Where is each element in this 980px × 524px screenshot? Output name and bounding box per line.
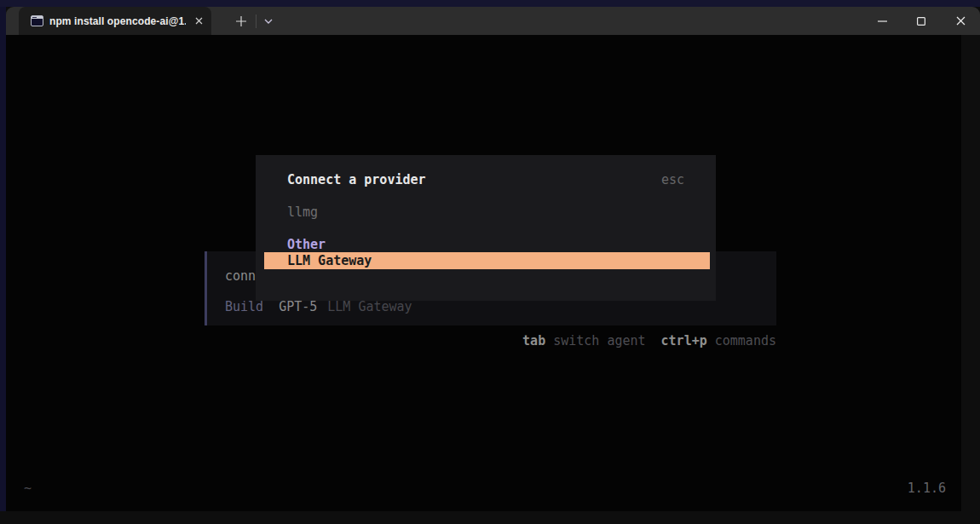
maximize-button[interactable] (902, 7, 941, 35)
tab-dropdown-button[interactable] (258, 11, 279, 32)
hint-key-tab: tab (522, 333, 545, 348)
hint-key-ctrlp: ctrl+p (661, 333, 707, 348)
window-titlebar[interactable]: npm install opencode-ai@1.1.6 (6, 7, 980, 35)
provider-label: LLM Gateway (327, 299, 412, 314)
provider-option-label: LLM Gateway (287, 253, 372, 268)
section-label-other: Other (287, 237, 326, 252)
new-tab-button[interactable] (229, 11, 253, 32)
minimize-button[interactable] (862, 7, 902, 35)
provider-search-input[interactable]: llmg (287, 204, 318, 220)
close-button[interactable] (941, 7, 980, 35)
cwd-indicator: ~ (24, 481, 32, 496)
connect-provider-dialog: Connect a provider esc llmg Other LLM Ga… (256, 155, 716, 301)
tab-title: npm install opencode-ai@1.1.6 (49, 15, 186, 27)
tab-separator (256, 14, 257, 28)
hint-action-switch-agent: switch agent (553, 333, 645, 348)
prompt-meta-line: BuildGPT-5LLM Gateway (225, 299, 412, 314)
hint-action-commands: commands (715, 333, 776, 348)
tab-close-icon[interactable] (189, 12, 208, 31)
version-label: 1.1.6 (908, 481, 946, 496)
terminal-tab[interactable]: npm install opencode-ai@1.1.6 (19, 7, 211, 35)
desktop-edge-left (0, 7, 6, 511)
terminal-icon (31, 15, 43, 26)
prompt-typed-text: conn (225, 268, 256, 284)
provider-option-llm-gateway[interactable]: LLM Gateway (264, 252, 710, 269)
agent-label: Build (225, 299, 263, 314)
prompt-accent-bar (205, 251, 207, 325)
model-label: GPT-5 (279, 299, 317, 314)
window-controls (862, 7, 980, 35)
statusbar-hints: tabswitch agentctrl+pcommands (522, 333, 776, 348)
esc-hint: esc (661, 172, 684, 187)
terminal-viewport[interactable]: conn BuildGPT-5LLM Gateway tabswitch age… (6, 35, 961, 511)
desktop-edge-top (0, 0, 980, 7)
dialog-title: Connect a provider (287, 172, 426, 187)
